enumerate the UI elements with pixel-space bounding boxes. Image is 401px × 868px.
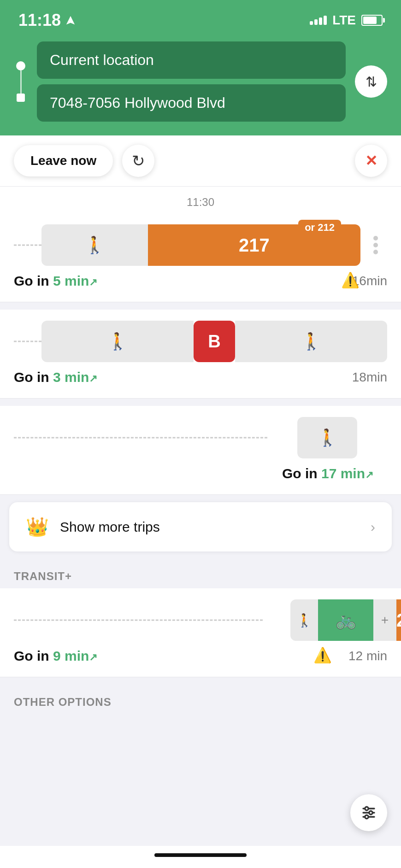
walk-segment-3-wrap: 🚶 [270,417,357,458]
battery-icon [361,15,383,26]
tp-warning-icon: ⚠️ [313,646,332,664]
chevron-right-icon: › [371,519,375,535]
location-dots [14,61,28,102]
status-time: 11:18 [18,11,76,30]
show-more-label: Show more trips [60,519,360,535]
signal-bars [310,16,327,25]
battery-fill [363,17,377,24]
route-segments-3: 🚶 [297,417,357,458]
svg-point-4 [369,811,373,815]
time-label: 11:30 [0,187,401,213]
route-line [20,70,22,94]
trip-route-3: 🚶 [14,417,387,458]
transit-plus-route: 🚶 🚲 + 212 [14,599,387,641]
duration-2: 18min [352,370,387,385]
location-row: Current location 7048-7056 Hollywood Blv… [14,41,387,122]
bottom-spacer [0,714,401,769]
svg-point-5 [365,815,369,819]
tp-bike-segment: 🚲 [318,599,373,641]
trip-footer-1: Go in 5 min↗ 16min [14,273,387,289]
dotted-line-1 [14,245,41,246]
go-in-1: Go in 5 min↗ [14,273,97,289]
walk-icon-3: 🚶 [317,428,338,447]
tp-plus-segment: + [373,599,396,641]
tp-go-in-time: 9 min [53,648,89,663]
go-in-arrow-2: ↗ [89,373,97,384]
tp-bike-icon: 🚲 [336,610,356,630]
trip-card-2[interactable]: 🚶 B 🚶 Go in 3 min↗ 18min [0,310,401,399]
other-options-label: OTHER OPTIONS [0,685,401,714]
tp-bus-212: 212 [396,599,401,641]
three-dots-1 [373,236,378,254]
leave-now-button[interactable]: Leave now [14,145,113,176]
route-segments-2: 🚶 B 🚶 [41,321,387,362]
bottom-bar [0,846,401,868]
trip-route-2: 🚶 B 🚶 [14,321,387,362]
lte-label: LTE [332,13,356,28]
home-indicator [154,853,247,857]
segment-walk-1: 🚶 [41,224,148,266]
trip-card-3[interactable]: 🚶 Go in 17 min↗ [0,406,401,495]
tp-go-in: Go in 9 min↗ [14,648,97,664]
segment-walk-2b: 🚶 [235,321,387,362]
dest-dot [17,94,25,102]
tp-walk-icon: 🚶 [296,613,313,628]
walk-icon-2b: 🚶 [301,332,322,351]
location-inputs: Current location 7048-7056 Hollywood Blv… [37,41,346,122]
segment-walk-2a: 🚶 [41,321,194,362]
walk-icon-1: 🚶 [84,235,105,255]
filter-icon [360,804,377,821]
tp-duration: 12 min [348,649,387,663]
close-button[interactable]: ✕ [355,145,387,177]
tp-go-in-arrow: ↗ [89,651,97,663]
trip-footer-3: Go in 17 min↗ [14,466,387,481]
origin-dot [16,61,25,70]
tp-bus-number: 212 [396,610,401,631]
dotted-line-3 [14,437,267,439]
swap-icon: ⇅ [366,74,377,90]
close-icon: ✕ [365,152,377,170]
dotted-line-2 [14,341,41,342]
go-in-2: Go in 3 min↗ [14,369,97,385]
transit-plus-trip-card[interactable]: 🚶 🚲 + 212 Go in 9 min↗ [0,588,401,677]
bus-letter-B: B [208,332,220,352]
status-bar: 11:18 LTE [0,0,401,37]
transit-plus-label: TRANSIT+ [0,559,401,588]
go-in-arrow-1: ↗ [89,276,97,288]
route-overflow-1 [364,236,387,254]
swap-button[interactable]: ⇅ [355,65,387,98]
destination-input[interactable]: 7048-7056 Hollywood Blvd [37,84,346,122]
dotted-line-tp [14,620,263,621]
status-right: LTE [310,13,383,28]
walk-icon-2a: 🚶 [107,332,128,351]
go-in-3: Go in 17 min↗ [282,466,373,481]
show-more-card[interactable]: 👑 Show more trips › [9,502,392,551]
go-in-arrow-3: ↗ [365,469,373,481]
warning-icon-1: ⚠️ [341,271,360,289]
tp-segments-wrap: 🚶 🚲 + 212 [263,599,401,641]
origin-input[interactable]: Current location [37,41,346,79]
filter-fab-button[interactable] [350,794,387,831]
go-in-time-3: 17 min [321,466,365,481]
trip-footer-2: Go in 3 min↗ 18min [14,369,387,385]
segment-bus-B: B [194,321,235,362]
location-arrow-icon [65,15,76,25]
refresh-icon: ↻ [132,152,145,170]
svg-point-3 [365,807,369,810]
tp-route-segments: 🚶 🚲 + 212 [290,599,401,641]
go-in-time-2: 3 min [53,369,89,385]
crown-icon: 👑 [26,516,49,538]
tp-walk-segment: 🚶 [290,599,318,641]
header: Current location 7048-7056 Hollywood Blv… [0,37,401,135]
go-in-time-1: 5 min [53,273,89,288]
trip-card-1[interactable]: 🚶 217 or 212 Go in 5 min↗ 16min ⚠️ [0,213,401,302]
refresh-button[interactable]: ↻ [122,145,154,177]
bus-number-217: 217 [239,235,270,256]
segment-walk-3: 🚶 [297,417,357,458]
or-badge-212: or 212 [298,220,341,235]
trip-route-1: 🚶 217 or 212 [14,224,387,266]
controls-row: Leave now ↻ ✕ [0,135,401,187]
time-display: 11:18 [18,11,61,30]
